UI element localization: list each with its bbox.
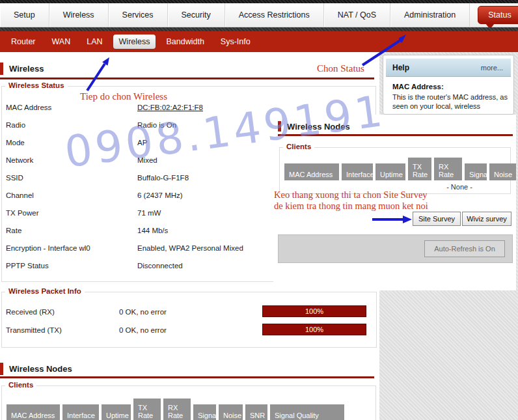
clients-table-header-row: MAC AddressInterfaceUptimeTX RateRX Rate… — [7, 399, 372, 420]
help-panel: Help more... MAC Address: This is the ro… — [383, 55, 514, 115]
status-row-label: MAC Address — [6, 104, 137, 111]
status-row-label: Radio — [6, 121, 137, 129]
overlay-clients-header-cell: Uptime — [375, 163, 405, 180]
clients-legend: Clients — [5, 381, 36, 389]
wireless-nodes-title-text: Wireless Nodes — [9, 364, 72, 374]
status-row-label: PPTP Status — [6, 262, 137, 270]
packet-row-label: Received (RX) — [6, 308, 119, 316]
packet-progress-bar: 100% — [262, 305, 366, 317]
help-panel-header: Help more... — [386, 59, 511, 77]
packet-row: Received (RX) 0 OK, no error 100% — [6, 303, 372, 321]
overlay-nodes-title: Wireless Nodes — [278, 121, 350, 132]
clients-table-header-cell: TX Rate — [133, 399, 161, 420]
top-tab[interactable]: Administration — [390, 3, 470, 27]
help-more-link[interactable]: more... — [481, 64, 503, 72]
packet-info-legend: Wireless Packet Info — [5, 287, 85, 295]
router-admin-page: SetupWirelessServicesSecurityAccess Rest… — [0, 0, 518, 420]
top-tab[interactable]: Setup — [0, 3, 49, 27]
clients-none-value: - None - — [427, 183, 492, 191]
heading-accent-bar — [278, 121, 281, 132]
wireless-nodes-title: Wireless Nodes — [0, 363, 72, 375]
wiviz-survey-button[interactable]: Wiviz survey — [462, 212, 511, 226]
help-body-text: This is the router's MAC address, asseen… — [392, 93, 508, 111]
refresh-toolbar: Auto-Refresh is On — [278, 234, 513, 263]
top-tab[interactable]: NAT / QoS — [324, 3, 390, 27]
clients-table-header-cell: Interface — [62, 404, 99, 420]
packet-row: Transmitted (TX) 0 OK, no error 100% — [6, 321, 372, 339]
overlay-divider — [278, 134, 513, 136]
wireless-packet-info-section: Wireless Packet Info Received (RX) 0 OK,… — [1, 292, 377, 348]
clients-table-header-cell: RX Rate — [163, 399, 191, 420]
sub-nav-item[interactable]: WAN — [46, 35, 77, 49]
overlay-clients-header-cell: Interface — [342, 163, 373, 180]
overlay-clients-header-cell: MAC Address — [284, 163, 339, 180]
annotation-tiep-do-chon-wireless: Tiep do chon Wireless — [80, 91, 167, 102]
status-row-label: Encryption - Interface wl0 — [6, 244, 137, 252]
top-tab[interactable]: Access Restrictions — [225, 3, 324, 27]
sub-nav-item[interactable]: Sys-Info — [215, 35, 256, 49]
packet-row-label: Transmitted (TX) — [6, 326, 119, 334]
sub-nav-item[interactable]: Bandwidth — [160, 35, 210, 49]
status-row-value: DC:FB:02:A2:F1:F8 — [137, 104, 373, 111]
packet-progress-bar: 100% — [262, 324, 366, 335]
help-title: Help — [392, 63, 409, 72]
overlay-clients-header-row: MAC AddressInterfaceUptimeTX RateRX Rate… — [284, 158, 516, 180]
status-row-label: Channel — [6, 191, 137, 199]
top-tab[interactable]: Wireless — [49, 3, 109, 27]
overlay-clients-header-cell: TX Rate — [408, 158, 431, 180]
heading-accent-bar — [0, 63, 3, 75]
overlay-clients-legend: Clients — [283, 143, 314, 150]
help-body-line: seen on your local, wireless — [392, 102, 508, 111]
top-tab[interactable]: Security — [168, 3, 225, 27]
sub-nav-item[interactable]: Router — [5, 35, 42, 49]
status-row-label: Network — [6, 156, 137, 164]
top-tab[interactable]: Services — [109, 3, 168, 27]
overlay-clients-header-cell: RX Rate — [434, 158, 462, 180]
overlay-clients-header-cell: Noise — [489, 163, 516, 180]
clients-table-header-cell: Noise — [219, 404, 243, 420]
help-topic: MAC Address: — [392, 83, 444, 91]
help-body-line: This is the router's MAC address, as — [392, 93, 508, 102]
clients-table-header-cell: Signal Quality — [270, 404, 344, 420]
clients-table-header-cell: SNR — [245, 404, 267, 420]
sub-nav-bar: RouterWANLANWirelessBandwidthSys-Info — [0, 31, 518, 52]
clients-table-header-cell: Signal — [193, 404, 216, 420]
wireless-status-legend: Wireless Status — [5, 81, 68, 89]
status-row-label: Mode — [6, 139, 137, 147]
title-divider — [0, 77, 374, 79]
top-tab[interactable]: Status — [478, 6, 518, 24]
status-row: MAC Address DC:FB:02:A2:F1:F8 — [6, 98, 373, 116]
packet-info-rows: Received (RX) 0 OK, no error 100% Transm… — [6, 303, 372, 339]
status-row-label: Rate — [6, 227, 137, 234]
sub-nav-item[interactable]: LAN — [81, 35, 108, 49]
page-title-text: Wireless — [9, 64, 44, 74]
status-row-label: SSID — [6, 174, 137, 182]
top-tab-bar: SetupWirelessServicesSecurityAccess Rest… — [0, 3, 518, 27]
overlay-nodes-title-text: Wireless Nodes — [287, 122, 350, 132]
annotation-site-survey-line2: de kiem tra thong tin mang muon ket noi — [274, 201, 428, 212]
auto-refresh-button[interactable]: Auto-Refresh is On — [424, 240, 505, 257]
sub-nav-item[interactable]: Wireless — [113, 35, 156, 49]
site-survey-button[interactable]: Site Survey — [413, 212, 461, 226]
page-title: Wireless — [0, 63, 44, 75]
clients-table-header-cell: MAC Address — [7, 404, 60, 420]
heading-accent-bar — [0, 363, 3, 375]
annotation-site-survey-line1: Keo thang xuong thi ta chon Site Survey — [274, 189, 428, 201]
status-row-label: TX Power — [6, 209, 137, 217]
clients-table-header-cell: Uptime — [102, 404, 131, 420]
annotation-chon-status: Chon Status — [317, 63, 364, 74]
nodes-divider — [0, 376, 374, 378]
overlay-clients-header-cell: Signal — [465, 163, 487, 180]
